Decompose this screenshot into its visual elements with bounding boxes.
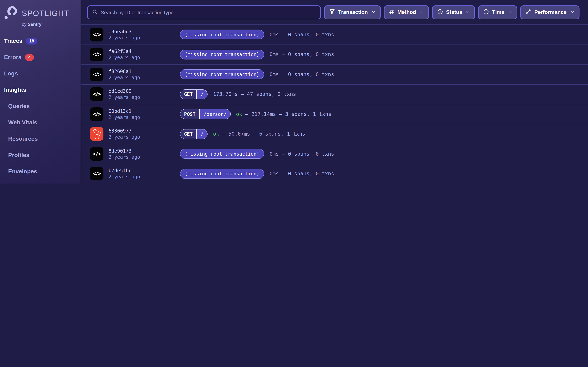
sidebar-item-insights[interactable]: Insights [0,85,81,95]
missing-root-transaction-badge: (missing root transaction) [180,30,264,40]
chevron-down-icon [371,9,376,15]
code-icon: </> [90,147,104,161]
transaction-path: / [197,129,208,139]
chevron-down-icon [465,9,470,15]
trace-id: fa62f3a4 [109,49,180,54]
missing-root-transaction-badge: (missing root transaction) [180,69,264,79]
app-title: SPOTLIGHT [22,9,69,18]
trace-stats: 0ms — 0 spans, 0 txns [269,51,334,58]
trace-meta: fa62f3a4 2 years ago [109,49,180,60]
trace-id: 63300977 [109,128,180,134]
trace-row[interactable]: </> b7de5fbc 2 years ago (missing root t… [81,164,588,184]
trace-id: 8de90173 [109,148,180,154]
filter-bar: TransactionMethodStatusTimePerformance [324,5,579,19]
trace-timestamp: 2 years ago [109,95,180,100]
sidebar-item-queries[interactable]: Queries [0,101,81,111]
sidebar-item-envelopes[interactable]: Envelopes [0,166,81,177]
trace-meta: 8de90173 2 years ago [109,148,180,160]
trace-meta: 00bd13c1 2 years ago [109,108,180,120]
chevron-down-icon [419,9,424,15]
trace-id: f82608a1 [109,69,180,74]
alert-icon [437,9,443,16]
chevron-down-icon [507,9,512,15]
http-method: GET [180,129,197,139]
trace-meta: ed1cd309 2 years ago [109,89,180,100]
count-badge: 4 [25,54,34,61]
trace-meta: e96eabc3 2 years ago [109,29,180,41]
trace-row[interactable]: </> ed1cd309 2 years ago GET/ 173.70ms —… [81,84,588,104]
code-icon: </> [90,68,104,81]
trace-timestamp: 2 years ago [109,134,180,140]
sidebar-nav: Traces 18 Errors 4 Logs Insights Queries… [0,36,81,184]
transaction-path: /person/ [200,109,230,119]
code-icon: </> [90,87,104,101]
sidebar-item-resources[interactable]: Resources [0,133,81,144]
trace-stats: 0ms — 0 spans, 0 txns [269,71,334,77]
trace-row[interactable]: 63300977 2 years ago GET/ ok — 50.07ms —… [81,124,588,144]
trace-stats: 0ms — 0 spans, 0 txns [269,151,334,157]
sidebar-item-logs[interactable]: Logs [0,68,81,79]
sidebar-item-profiles[interactable]: Profiles [0,150,81,160]
sidebar-item-traces[interactable]: Traces 18 [0,36,81,46]
count-badge: 18 [26,38,38,44]
funnel-icon [329,8,335,16]
hash-icon [389,9,394,16]
filter-button-time[interactable]: Time [478,5,517,19]
trace-id: ed1cd309 [109,89,180,94]
trace-meta: f82608a1 2 years ago [109,69,180,80]
code-icon: </> [90,167,104,181]
trace-id: b7de5fbc [109,168,180,174]
sidebar-item-web-vitals[interactable]: Web Vitals [0,117,81,128]
clock-icon [483,9,489,16]
trace-list: </> e96eabc3 2 years ago (missing root t… [81,25,588,184]
trace-timestamp: 2 years ago [109,35,180,41]
transaction-badge: GET/ [180,129,208,139]
filter-button-method[interactable]: Method [384,5,429,19]
perf-icon [525,9,531,16]
code-icon: </> [90,28,104,42]
http-method: POST [180,109,199,119]
trace-id: 00bd13c1 [109,108,180,114]
http-method: GET [180,90,197,99]
trace-stats: 0ms — 0 spans, 0 txns [269,32,334,38]
trace-row[interactable]: </> fa62f3a4 2 years ago (missing root t… [81,45,588,65]
filter-button-transaction[interactable]: Transaction [324,5,381,19]
missing-root-transaction-badge: (missing root transaction) [180,149,264,159]
spotlight-app: SPOTLIGHT by Sentry Traces 18 Errors 4 L… [0,0,588,184]
spotlight-logo-icon [4,5,19,21]
app-byline: by Sentry [22,22,81,27]
filter-button-performance[interactable]: Performance [520,5,579,19]
app-logo: SPOTLIGHT [0,0,81,21]
transaction-badge: POST/person/ [180,109,231,119]
trace-row[interactable]: </> e96eabc3 2 years ago (missing root t… [81,25,588,45]
toolbar: Search by ID or transaction type... Tran… [81,0,588,25]
trace-row[interactable]: </> 00bd13c1 2 years ago POST/person/ ok… [81,104,588,124]
sidebar-item-sdks[interactable]: SDKs [0,183,81,184]
sidebar-item-errors[interactable]: Errors 4 [0,52,81,63]
trace-stats: ok — 217.14ms — 3 spans, 1 txns [236,111,331,117]
trace-timestamp: 2 years ago [109,174,180,180]
code-icon: </> [90,48,104,61]
missing-root-transaction-badge: (missing root transaction) [180,50,264,59]
search-placeholder: Search by ID or transaction type... [101,9,178,15]
trace-meta: 63300977 2 years ago [109,128,180,140]
trace-timestamp: 2 years ago [109,75,180,80]
trace-row[interactable]: </> f82608a1 2 years ago (missing root t… [81,65,588,84]
transaction-path: / [197,90,208,99]
trace-id: e96eabc3 [109,29,180,34]
missing-root-transaction-badge: (missing root transaction) [180,169,264,179]
search-icon [92,9,98,16]
trace-stats: 0ms — 0 spans, 0 txns [269,171,334,177]
filter-button-status[interactable]: Status [432,5,475,19]
trace-meta: b7de5fbc 2 years ago [109,168,180,180]
trace-timestamp: 2 years ago [109,115,180,120]
trace-row[interactable]: </> 8de90173 2 years ago (missing root t… [81,144,588,164]
sidebar: SPOTLIGHT by Sentry Traces 18 Errors 4 L… [0,0,81,184]
search-input[interactable]: Search by ID or transaction type... [87,5,321,19]
laravel-icon [90,127,104,141]
trace-timestamp: 2 years ago [109,154,180,160]
code-icon: </> [90,107,104,121]
main-panel: Search by ID or transaction type... Tran… [81,0,588,184]
trace-stats: 173.70ms — 47 spans, 2 txns [213,91,296,97]
trace-stats: ok — 50.07ms — 6 spans, 1 txns [213,131,305,137]
